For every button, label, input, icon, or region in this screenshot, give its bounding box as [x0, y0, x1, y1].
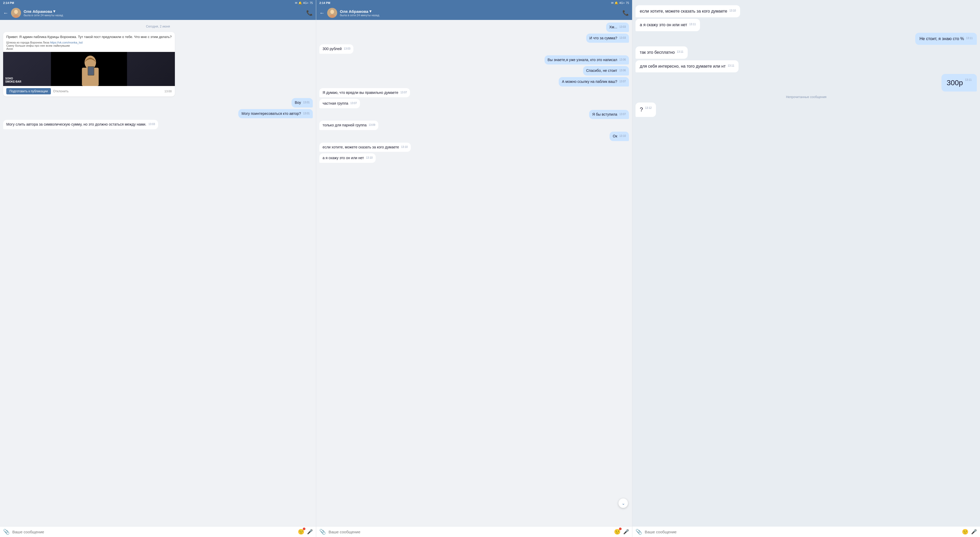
msg-row: если хотите, можете сказать за кого дума…	[635, 5, 977, 17]
bubble: так это бесплатно 13:11	[635, 46, 687, 59]
bubble: частная группа 13:07	[319, 99, 360, 108]
msg-row: ? 13:12	[635, 102, 977, 117]
call-button-middle[interactable]: 📞	[622, 10, 629, 16]
battery-icon-m: 75	[626, 1, 629, 5]
status-bar-middle: 2:14 PM ✉ 🔔 4G+ 75	[316, 0, 632, 6]
svg-point-1	[14, 10, 18, 14]
contact-status-left: была в сети 24 минуты назад	[24, 14, 304, 17]
bubble: Я бы вступила 13:07	[589, 110, 629, 119]
card-bubble: Привет. Я админ паблика Курицы Воронежа.…	[3, 32, 175, 97]
unread-divider: Непрочитанные сообщения	[635, 95, 977, 99]
emoji-badge-m	[619, 527, 622, 530]
message-input-right[interactable]	[645, 530, 959, 534]
bubble: Не стоит, я знаю сто % 13:11	[915, 33, 977, 45]
publish-button[interactable]: Подготовить к публикации	[6, 88, 51, 94]
signal-icon-m: ✉	[611, 1, 614, 5]
mic-icon-r[interactable]: 🎤	[971, 529, 977, 535]
status-icons-middle: ✉ 🔔 4G+ 75	[611, 1, 629, 5]
msg-row: Хм... 13:03	[319, 22, 629, 32]
input-area-right: 📎 🙂 🎤	[632, 526, 980, 537]
network-icon-m: 4G+	[619, 1, 625, 5]
msg-row: Вы знаете,я уже узнала, кто это написал …	[319, 55, 629, 65]
bubble: Я думаю, что врядли вы правильно думаете…	[319, 88, 410, 97]
notification-icon-m: 🔔	[614, 1, 618, 5]
msg-row: Могу слить автора за символическую сумму…	[3, 120, 313, 129]
emoji-wrapper-left: 🙂	[298, 529, 304, 535]
msg-row: А можно ссылку на паблик ваш? 13:07	[319, 77, 629, 86]
msg-row: Ок 13:10	[319, 132, 629, 141]
bubble: И что за сумма? 13:03	[586, 33, 629, 43]
mic-icon-m[interactable]: 🎤	[623, 529, 629, 535]
scroll-down-button[interactable]: ⌄	[619, 499, 628, 508]
status-time-middle: 2:14 PM	[319, 1, 330, 5]
input-area-left: 📎 🙂 🎤	[0, 526, 316, 537]
attach-icon-r[interactable]: 📎	[635, 529, 642, 535]
header-info-middle: Оля Абрамова ▾ была в сети 24 минуты наз…	[340, 9, 620, 17]
msg-row: частная группа 13:07	[319, 99, 629, 108]
bubble: Воу 13:01	[291, 98, 313, 107]
emoji-wrapper-middle: 🙂	[614, 529, 620, 535]
left-panel: 2:14 PM ✉ 🔔 4G+ 75 ← Оля Абрамова ▾ была…	[0, 0, 316, 537]
emoji-badge	[303, 527, 305, 530]
bubble: ? 13:12	[635, 102, 656, 117]
attach-icon-m[interactable]: 📎	[319, 529, 326, 535]
attach-icon[interactable]: 📎	[3, 529, 10, 535]
emoji-icon-r[interactable]: 🙂	[962, 529, 969, 535]
bubble: для себя интересно, на того думаете или …	[635, 60, 738, 72]
header-info-left: Оля Абрамова ▾ была в сети 24 минуты наз…	[24, 9, 304, 17]
card-time: 13:00	[164, 90, 172, 93]
mic-icon[interactable]: 🎤	[307, 529, 313, 535]
bubble: если хотите, можете сказать за кого дума…	[635, 5, 740, 17]
bubble: А можно ссылку на паблик ваш? 13:07	[559, 77, 629, 86]
back-button-middle[interactable]: ←	[319, 10, 325, 16]
msg-row: И что за сумма? 13:03	[319, 33, 629, 43]
date-divider: Сегодня, 2 июня	[3, 25, 313, 28]
card-actions: Подготовить к публикации Отклонить 13:00	[3, 86, 175, 97]
reject-button[interactable]: Отклонить	[53, 89, 68, 93]
msg-row: Я думаю, что врядли вы правильно думаете…	[319, 88, 629, 97]
msg-row: Не стоит, я знаю сто % 13:11	[635, 33, 977, 45]
svg-rect-8	[88, 67, 94, 75]
bubble: Могу слить автора за символическую сумму…	[3, 120, 158, 129]
msg-row: так это бесплатно 13:11	[635, 46, 977, 59]
bubble: Спасибо, не стоит 13:06	[583, 66, 629, 75]
msg-row: 300р 13:11	[635, 74, 977, 91]
contact-name-left: Оля Абрамова ▾	[24, 9, 304, 14]
signal-icon: ✉	[295, 1, 297, 5]
bubble: если хотите, можете сказать за кого дума…	[319, 143, 411, 152]
msg-row: а я скажу это он или нет 13:10	[319, 153, 629, 163]
card-image: SOHOSMOKE·BAR	[3, 52, 175, 86]
bubble: только для парней группа 13:09	[319, 121, 378, 130]
middle-panel: 2:14 PM ✉ 🔔 4G+ 75 ← Оля Абрамова ▾ была…	[316, 0, 632, 537]
avatar-left	[11, 8, 21, 18]
status-time-left: 2:14 PM	[3, 1, 14, 5]
msg-row: если хотите, можете сказать за кого дума…	[319, 143, 629, 152]
network-icon: 4G+	[303, 1, 309, 5]
avatar-middle	[327, 8, 337, 18]
msg-row: Привет. Я админ паблика Курицы Воронежа.…	[3, 32, 313, 97]
messages-area-left: Сегодня, 2 июня Привет. Я админ паблика …	[0, 20, 316, 526]
msg-row: 300 рублей 13:03	[319, 44, 629, 54]
contact-name-middle: Оля Абрамова ▾	[340, 9, 620, 14]
svg-point-10	[330, 10, 334, 14]
right-panel: если хотите, можете сказать за кого дума…	[632, 0, 980, 537]
back-button-left[interactable]: ←	[3, 10, 8, 16]
chevron-icon-m: ▾	[369, 9, 372, 14]
card-meta: Шлюха из города Воронеж Лиза https://vk.…	[3, 39, 175, 52]
message-input-middle[interactable]	[328, 530, 611, 534]
bubble-300: 300р 13:11	[942, 74, 977, 91]
chat-header-middle: ← Оля Абрамова ▾ была в сети 24 минуты н…	[316, 6, 632, 20]
contact-status-middle: была в сети 24 минуты назад	[340, 14, 620, 17]
card-text: Привет. Я админ паблика Курицы Воронежа.…	[3, 32, 175, 39]
input-area-middle: 📎 🙂 🎤	[316, 526, 632, 537]
notification-icon: 🔔	[298, 1, 302, 5]
status-bar-left: 2:14 PM ✉ 🔔 4G+ 75	[0, 0, 316, 6]
msg-row: Могу поинтересоваться кто автор? 13:01	[3, 109, 313, 118]
bubble: а я скажу это он или нет 13:10	[319, 153, 376, 163]
messages-area-middle: Хм... 13:03 И что за сумма? 13:03 300 ру…	[316, 20, 632, 526]
bubble: Вы знаете,я уже узнала, кто это написал …	[544, 55, 629, 65]
call-button-left[interactable]: 📞	[306, 10, 313, 16]
msg-row: а я скажу это он или нет 13:11	[635, 19, 977, 31]
message-input-left[interactable]	[12, 530, 295, 534]
bubble: 300 рублей 13:03	[319, 44, 353, 54]
